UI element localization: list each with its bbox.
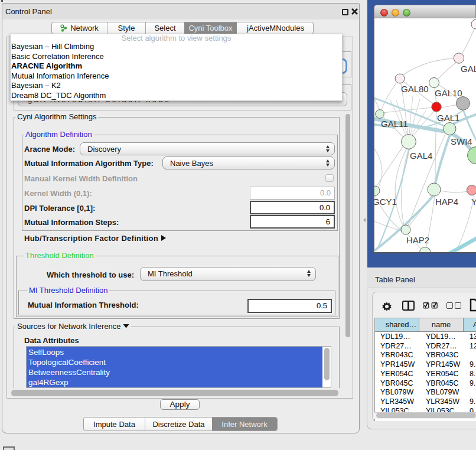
svg-text:SWI4: SWI4 [451, 136, 472, 146]
svg-text:GAL4: GAL4 [410, 151, 432, 161]
svg-text:GAL10: GAL10 [435, 88, 462, 98]
svg-text:GAL1: GAL1 [437, 113, 459, 123]
svg-text:HAP4: HAP4 [435, 197, 458, 207]
svg-text:GAL: GAL [461, 64, 476, 74]
svg-text:GCY1: GCY1 [374, 197, 397, 207]
svg-text:GAL80: GAL80 [401, 84, 429, 94]
svg-text:Y: Y [471, 197, 476, 207]
svg-text:GAL11: GAL11 [381, 119, 408, 129]
svg-text:HAP2: HAP2 [406, 235, 429, 245]
